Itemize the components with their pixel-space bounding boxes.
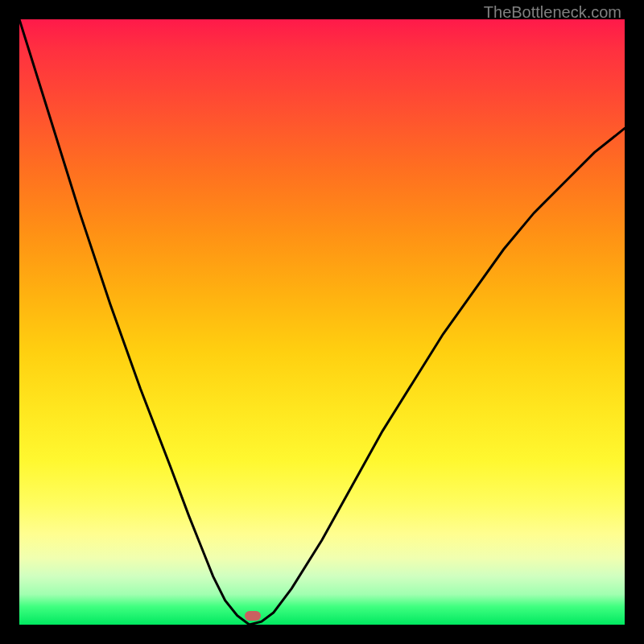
chart-frame: TheBottleneck.com — [0, 0, 644, 644]
plot-area — [19, 19, 625, 625]
watermark-text: TheBottleneck.com — [484, 3, 621, 22]
optimal-point-marker — [245, 611, 261, 621]
curve-layer — [19, 19, 625, 625]
bottleneck-curve — [19, 19, 625, 625]
